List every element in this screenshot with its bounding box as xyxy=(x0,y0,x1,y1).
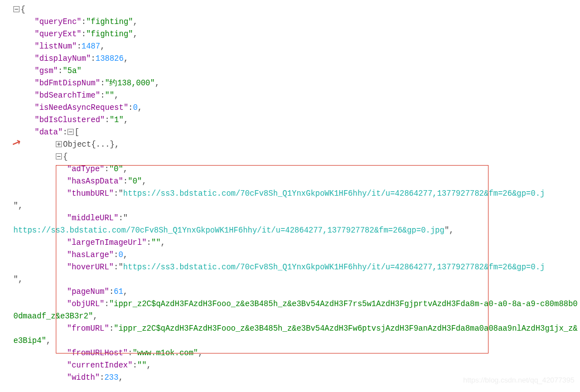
collapsed-object[interactable]: Object{...}, xyxy=(13,138,580,151)
json-key: "gsm" xyxy=(35,66,58,75)
json-key: "fromURL" xyxy=(67,324,109,333)
json-url: https://ss3.bdstatic.com/70cFv8Sh_Q1YnxG… xyxy=(13,226,444,235)
json-key: "adType" xyxy=(67,164,104,173)
json-key: "displayNum" xyxy=(35,54,91,63)
json-number: 1487 xyxy=(81,42,100,51)
json-url: https://ss3.bdstatic.com/70cFv8Sh_Q1YnxG… xyxy=(123,263,545,272)
json-number: 138826 xyxy=(95,54,123,63)
json-url: https://ss3.bdstatic.com/70cFv8Sh_Q1YnxG… xyxy=(123,189,545,198)
json-key: "middleURL" xyxy=(67,214,118,222)
json-root: { xyxy=(13,3,580,16)
json-key: "largeTnImageUrl" xyxy=(67,238,147,247)
json-key: "hoverURL" xyxy=(67,263,114,272)
json-viewer: {"queryEnc":"fighting","queryExt":"fight… xyxy=(13,3,580,384)
json-key: "pageNum" xyxy=(67,287,109,296)
json-string: "www.m1ok.com" xyxy=(133,349,199,357)
collapse-icon[interactable] xyxy=(67,129,74,135)
json-key: "hasAspData" xyxy=(67,177,123,186)
json-number: 0 xyxy=(118,250,123,259)
json-number: 61 xyxy=(114,287,123,296)
json-string: "fighting" xyxy=(86,30,133,38)
json-string: "0" xyxy=(109,164,123,173)
json-string: "" xyxy=(105,91,114,100)
json-key: "isNeedAsyncRequest" xyxy=(35,103,128,112)
json-key: "thumbURL" xyxy=(67,189,114,198)
json-key: "hasLarge" xyxy=(67,250,114,259)
json-key: "bdFmtDispNum" xyxy=(35,79,100,88)
expand-icon[interactable] xyxy=(56,141,62,147)
json-key: "fromURLHost" xyxy=(67,349,128,357)
json-key: "queryEnc" xyxy=(35,17,81,26)
json-key: "objURL" xyxy=(67,299,104,308)
json-string: "1" xyxy=(109,115,123,124)
json-string: "" xyxy=(137,361,147,370)
json-string: "5a" xyxy=(62,66,81,75)
json-key: "listNum" xyxy=(35,42,77,51)
json-string: "fighting" xyxy=(86,17,133,26)
json-string: "0" xyxy=(128,177,142,186)
json-key: "data" xyxy=(35,128,62,137)
collapse-icon[interactable] xyxy=(56,153,62,159)
json-key: "currentIndex" xyxy=(67,361,133,370)
collapse-icon[interactable] xyxy=(13,6,20,12)
json-number: 0 xyxy=(133,103,137,112)
json-string: "约138,000" xyxy=(105,79,155,88)
json-key: "bdSearchTime" xyxy=(35,91,100,100)
json-key: "width" xyxy=(67,373,100,382)
json-string: "" xyxy=(151,238,161,247)
json-key: "bdIsClustered" xyxy=(35,115,105,124)
json-number: 233 xyxy=(104,373,118,382)
json-key: "queryExt" xyxy=(35,30,81,38)
